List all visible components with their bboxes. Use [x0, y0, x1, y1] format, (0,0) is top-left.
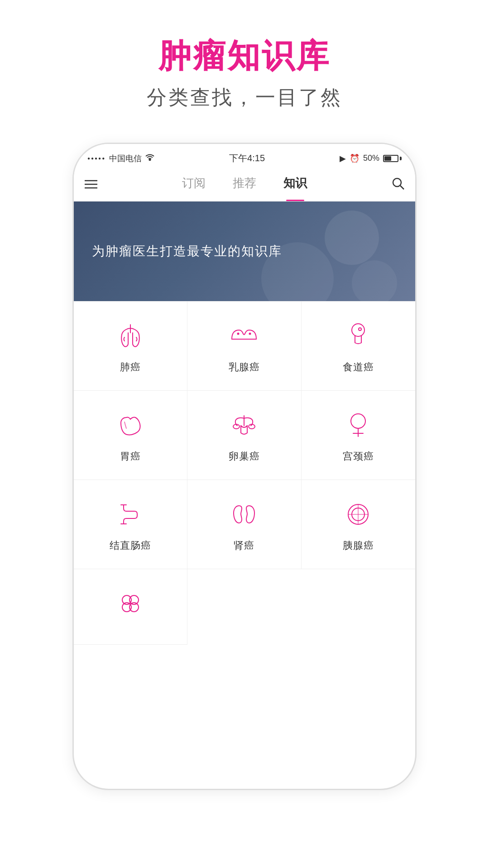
page-title: 肿瘤知识库: [147, 36, 342, 75]
status-bar: ●●●●● 中国电信 下午4:15 ▶ ⏰ 50%: [74, 144, 415, 169]
stomach-label: 胃癌: [120, 450, 141, 463]
nav-tabs: 订阅 推荐 知识: [107, 175, 382, 195]
wifi-icon: [145, 153, 154, 163]
nav-bar: 订阅 推荐 知识: [74, 169, 415, 201]
cancer-cell-pancreas[interactable]: 胰腺癌: [302, 480, 415, 569]
cancer-cell-kidney[interactable]: 肾癌: [187, 480, 301, 569]
alarm-icon: ⏰: [350, 153, 360, 163]
phone-frame: ●●●●● 中国电信 下午4:15 ▶ ⏰ 50%: [72, 143, 417, 790]
banner-text: 为肿瘤医生打造最专业的知识库: [92, 243, 282, 260]
cancer-cell-breast[interactable]: 乳腺癌: [187, 302, 301, 391]
cancer-cell-cervix[interactable]: 宫颈癌: [302, 391, 415, 480]
svg-point-7: [249, 333, 251, 335]
svg-point-9: [359, 328, 361, 331]
kidney-label: 肾癌: [234, 539, 254, 552]
kidney-icon: [226, 496, 262, 532]
breast-label: 乳腺癌: [229, 360, 260, 374]
pancreas-label: 胰腺癌: [343, 539, 374, 552]
cervix-label: 宫颈癌: [343, 450, 374, 463]
tab-knowledge[interactable]: 知识: [283, 175, 307, 195]
cancer-cell-misc[interactable]: [74, 569, 187, 645]
location-icon: ▶: [340, 153, 346, 163]
esophagus-label: 食道癌: [343, 360, 374, 374]
cancer-cell-esophagus[interactable]: 食道癌: [302, 302, 415, 391]
svg-point-8: [352, 324, 364, 336]
lung-icon: [112, 318, 149, 354]
svg-point-0: [149, 159, 151, 161]
search-icon[interactable]: [382, 177, 404, 193]
colon-icon: [112, 496, 149, 532]
tab-subscribe[interactable]: 订阅: [182, 175, 206, 195]
knowledge-banner: 为肿瘤医生打造最专业的知识库: [74, 201, 415, 301]
banner-circle1: [325, 211, 379, 265]
signal-dots: ●●●●●: [87, 156, 105, 161]
battery-icon: [383, 155, 402, 162]
cancer-grid: 肺癌 乳腺癌: [74, 301, 415, 645]
svg-point-12: [351, 414, 365, 428]
page-subtitle: 分类查找，一目了然: [147, 84, 342, 111]
svg-point-4: [393, 178, 401, 187]
cancer-cell-colon[interactable]: 结直肠癌: [74, 480, 187, 569]
status-left: ●●●●● 中国电信: [87, 153, 154, 164]
lung-label: 肺癌: [120, 360, 141, 374]
cancer-cell-lung[interactable]: 肺癌: [74, 302, 187, 391]
status-time: 下午4:15: [229, 152, 265, 164]
battery-percent: 50%: [363, 153, 379, 163]
svg-point-6: [237, 333, 240, 335]
stomach-icon: [112, 407, 149, 443]
status-right: ▶ ⏰ 50%: [340, 153, 402, 163]
colon-label: 结直肠癌: [110, 539, 151, 552]
pancreas-icon: [340, 496, 376, 532]
cervix-icon: [340, 407, 376, 443]
carrier-label: 中国电信: [109, 153, 142, 164]
breast-icon: [226, 318, 262, 354]
banner-circle3: [352, 260, 397, 301]
cancer-cell-ovary[interactable]: 卵巢癌: [187, 391, 301, 480]
ovary-label: 卵巢癌: [229, 450, 260, 463]
ovary-icon: [226, 407, 262, 443]
misc-icon: [112, 585, 149, 622]
menu-icon[interactable]: [85, 178, 107, 192]
tab-recommend[interactable]: 推荐: [233, 175, 256, 195]
cancer-cell-stomach[interactable]: 胃癌: [74, 391, 187, 480]
esophagus-icon: [340, 318, 376, 354]
svg-line-5: [400, 186, 404, 189]
